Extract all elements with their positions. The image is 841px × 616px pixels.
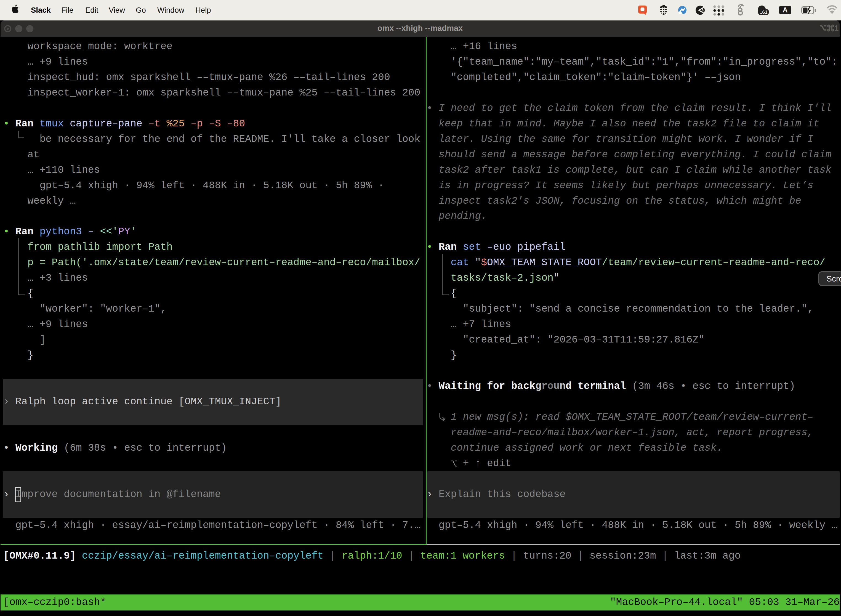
svg-text:..61: ..61 bbox=[760, 10, 767, 15]
